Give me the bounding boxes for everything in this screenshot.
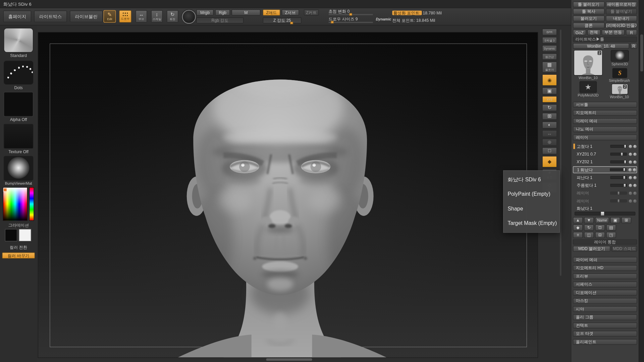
context-menu-item[interactable]: PolyPaint (Empty) <box>503 189 559 199</box>
shelf-button[interactable]: □ <box>542 147 557 155</box>
layer-record-icon[interactable] <box>633 145 637 148</box>
context-menu-item[interactable]: Shape <box>503 204 559 214</box>
subpalette-header-layers[interactable]: 레이어 <box>573 135 637 140</box>
layer-eye-icon[interactable] <box>628 168 632 171</box>
mdd-speed-button[interactable]: MDD 스피드 <box>612 246 637 251</box>
layer-record-icon[interactable] <box>633 153 637 156</box>
stroke-thumbnail[interactable] <box>4 61 33 84</box>
switch-color-button[interactable]: 컬러 바꾸기 <box>2 252 35 258</box>
layer-tool-button[interactable]: ⊞ <box>622 217 631 223</box>
nav-button[interactable]: 홈페이지 <box>3 11 31 22</box>
z-intensity-handle[interactable] <box>290 22 293 24</box>
subpalette-header[interactable]: 서페이스 <box>573 282 637 287</box>
layer-name[interactable]: 주름폈다 1 <box>577 182 610 188</box>
brush-alpha-preview[interactable] <box>182 10 196 24</box>
shelf-button[interactable]: ◉ <box>542 74 557 86</box>
import-button[interactable]: 불러오기 <box>573 16 604 21</box>
copy-tool-button[interactable]: 툴 복사 <box>573 9 604 14</box>
simplebrush-thumbnail[interactable]: S <box>612 68 627 78</box>
shelf-scrollbar[interactable] <box>560 29 561 276</box>
layer-name[interactable]: 피난다 1 <box>577 175 610 180</box>
layer-record-icon[interactable] <box>633 191 637 195</box>
subpalette-header[interactable]: 디포메이션 <box>573 290 637 295</box>
export-button[interactable]: 내보내기 <box>606 16 637 21</box>
sculpt-canvas[interactable] <box>38 32 538 358</box>
layer-record-icon[interactable] <box>633 199 637 202</box>
canvas-horizontal-scrollbar[interactable] <box>266 358 312 361</box>
subpalette-header[interactable]: 폴리페인트 <box>573 339 637 345</box>
layer-intensity-slider[interactable] <box>610 145 627 148</box>
rgb-button[interactable]: Rgb <box>215 9 230 15</box>
polymesh3d-thumbnail[interactable]: ★ <box>580 81 597 93</box>
layer-row[interactable]: XYZ01 0.7 <box>573 150 637 158</box>
lightbox-tool-bar[interactable]: 라이트박스▶툴 <box>573 37 637 42</box>
shelf-button[interactable]: ▦ 플로어 <box>542 62 557 73</box>
layer-strength-slider[interactable] <box>575 212 635 216</box>
secondary-color-swatch[interactable] <box>19 229 31 241</box>
tool-r-button[interactable]: R <box>631 43 637 49</box>
goz-button[interactable]: GoZ <box>573 29 586 35</box>
layer-tool-button[interactable]: ▲ <box>573 217 583 223</box>
layer-eye-icon[interactable] <box>629 176 632 179</box>
layer-tool-button[interactable]: ≡ <box>573 232 583 238</box>
layer-row[interactable]: 레이어 <box>573 190 637 197</box>
goz-visible-button[interactable]: 부분 연동 <box>602 29 625 35</box>
layer-intensity-handle[interactable] <box>624 183 626 187</box>
subpalette-header[interactable]: 파이버 메쉬 <box>573 257 637 263</box>
shelf-button[interactable]: ↻ <box>542 104 557 111</box>
layer-eye-icon[interactable] <box>629 199 632 202</box>
layer-tool-button[interactable]: ◫ <box>584 232 594 238</box>
layer-intensity-handle[interactable] <box>621 152 623 156</box>
move-button[interactable]: ↔ 무브 <box>136 10 147 23</box>
layer-intensity-handle[interactable] <box>623 168 626 172</box>
layer-intensity-slider[interactable] <box>610 192 627 195</box>
layer-eye-icon[interactable] <box>629 153 632 156</box>
right-scrollbar-track[interactable] <box>639 0 644 362</box>
hue-strip[interactable] <box>29 187 34 221</box>
rotate-button[interactable]: ↻ 회전 <box>167 10 178 23</box>
layer-intensity-slider[interactable] <box>610 153 627 156</box>
clone-button[interactable]: 클론 <box>573 22 604 28</box>
goz-all-button[interactable]: 전체 <box>587 29 600 35</box>
layer-tool-button[interactable]: ◳ <box>606 232 616 238</box>
subpalette-header[interactable]: 프리뷰 <box>573 274 637 279</box>
mrgb-button[interactable]: Mrgb <box>196 9 213 15</box>
alpha-thumbnail[interactable] <box>4 92 33 116</box>
layer-intensity-handle[interactable] <box>624 160 626 164</box>
subpalette-header[interactable]: 어레이 메쉬 <box>573 118 637 124</box>
layer-name[interactable]: 레이어 <box>577 198 610 204</box>
layer-eye-icon[interactable] <box>629 160 632 164</box>
rgb-intensity-slider[interactable]: Rgb 강도 <box>196 17 244 23</box>
subpalette-header[interactable]: 모프 타겟 <box>573 331 637 337</box>
layer-intensity-handle[interactable] <box>624 144 626 148</box>
layer-intensity-slider[interactable] <box>610 199 627 202</box>
shelf-button[interactable]: BPR <box>542 29 557 36</box>
layer-record-icon[interactable] <box>633 160 637 164</box>
save-as-button[interactable]: 새이름으로저장 <box>606 2 637 7</box>
selected-layer-name[interactable]: 화났다 1 <box>573 205 637 211</box>
layer-tool-button[interactable]: ↻ <box>584 225 594 231</box>
layer-row[interactable]: 피난다 1 <box>573 174 637 181</box>
subpalette-header[interactable]: 지오메트리 HD <box>573 265 637 271</box>
subpalette-header[interactable]: 컨택트 <box>573 322 637 328</box>
context-menu-item[interactable]: Target Mask (Empty) <box>503 219 559 228</box>
subpalette-header[interactable]: 마스킹 <box>573 298 637 304</box>
active-tool-slider[interactable]: WonBin_10. 48 <box>573 43 629 49</box>
layer-tool-button[interactable]: ▤ <box>606 225 616 231</box>
layer-record-icon[interactable] <box>633 184 637 187</box>
layer-strength-handle[interactable] <box>600 212 604 216</box>
subpalette-header[interactable]: 지오메트리 <box>573 110 637 116</box>
layer-row[interactable]: 고쳤다 1 <box>573 143 637 150</box>
shelf-button[interactable]: Dynamic <box>542 45 557 52</box>
main-color-swatch[interactable] <box>5 229 17 241</box>
context-menu-item[interactable]: 화났다 SDiv 6 <box>503 175 559 184</box>
texture-thumbnail[interactable] <box>4 124 33 148</box>
right-scrollbar-handle[interactable] <box>640 35 643 71</box>
layer-intensity-slider[interactable] <box>610 168 626 171</box>
shelf-button[interactable]: ⊞ <box>542 113 557 120</box>
layer-row[interactable]: 1 화났다 <box>573 166 637 173</box>
sphere3d-thumbnail[interactable] <box>611 50 629 61</box>
layer-row[interactable]: 주름폈다 1 <box>573 182 637 189</box>
shelf-button[interactable]: ▣ <box>542 87 557 95</box>
layer-intensity-slider[interactable] <box>610 184 627 187</box>
